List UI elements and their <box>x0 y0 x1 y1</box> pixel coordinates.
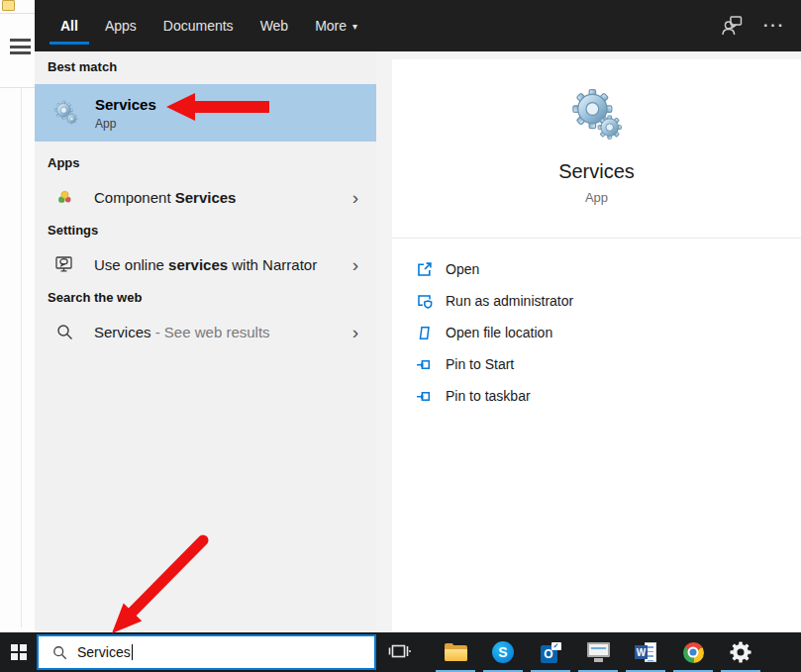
taskbar-chrome[interactable] <box>669 632 717 672</box>
divider <box>0 87 35 88</box>
background-folder-icon <box>2 0 15 11</box>
topbar-right-icons: ··· <box>720 16 801 36</box>
action-pin-to-start[interactable]: Pin to Start <box>392 352 801 376</box>
chevron-right-icon[interactable]: › <box>352 323 358 341</box>
action-label: Pin to Start <box>446 356 514 372</box>
pin-icon <box>416 388 433 405</box>
taskbar-system-monitor[interactable] <box>574 632 622 672</box>
tab-documents-label: Documents <box>163 18 234 34</box>
taskbar-app-icons: S O ✓ W <box>432 632 764 672</box>
tab-web[interactable]: Web <box>260 0 289 51</box>
windows-logo-icon <box>11 644 27 660</box>
pin-icon <box>416 356 433 373</box>
start-button[interactable] <box>0 632 37 672</box>
tab-apps-label: Apps <box>105 18 137 34</box>
preview-title: Services <box>392 160 801 183</box>
narrator-monitor-icon <box>54 255 74 273</box>
search-icon <box>52 645 67 660</box>
background-window-strip <box>0 0 35 632</box>
result-label: Services - See web results <box>94 324 270 340</box>
filter-tabs: All Apps Documents Web More▾ <box>35 0 357 51</box>
feedback-user-icon[interactable] <box>720 16 744 36</box>
taskbar-settings[interactable] <box>717 632 764 672</box>
divider <box>392 238 801 239</box>
search-the-web-header: Search the web <box>48 290 142 305</box>
tab-apps[interactable]: Apps <box>105 0 137 51</box>
component-services-icon <box>54 189 74 206</box>
windows-search-screen: All Apps Documents Web More▾ ··· Best ma… <box>0 0 801 672</box>
action-pin-to-taskbar[interactable]: Pin to taskbar <box>392 384 801 408</box>
chevron-right-icon[interactable]: › <box>352 188 358 207</box>
file-location-icon <box>416 325 433 341</box>
result-label: Component Services <box>94 189 236 206</box>
chevron-right-icon[interactable]: › <box>352 255 358 274</box>
skype-icon: S <box>492 641 514 663</box>
services-gears-icon-large <box>568 87 626 144</box>
action-label: Open file location <box>446 325 552 340</box>
hamburger-menu-icon[interactable] <box>10 39 31 54</box>
best-match-result-services[interactable]: Services App <box>35 84 376 142</box>
system-monitor-icon <box>587 642 610 662</box>
result-narrator-setting[interactable]: Use online services with Narrator › <box>35 247 376 281</box>
divider <box>0 13 35 14</box>
taskbar-outlook[interactable]: O ✓ <box>527 632 574 672</box>
divider <box>21 88 22 627</box>
tab-more-label: More <box>315 18 347 34</box>
action-open[interactable]: Open <box>392 257 801 281</box>
tab-more[interactable]: More▾ <box>315 0 357 51</box>
search-icon <box>54 324 74 340</box>
open-icon <box>416 261 433 278</box>
settings-gear-icon <box>730 641 751 663</box>
preview-region: Services App Open Run as administrator <box>376 51 801 632</box>
apps-header: Apps <box>48 155 80 170</box>
text-caret <box>132 644 133 660</box>
tab-documents[interactable]: Documents <box>163 0 234 51</box>
preview-subtitle: App <box>392 190 801 205</box>
search-results-panel: Best match Services App Apps Component S… <box>35 51 376 632</box>
tab-web-label: Web <box>260 18 289 34</box>
best-match-subtitle: App <box>95 117 156 131</box>
action-open-file-location[interactable]: Open file location <box>392 321 801 344</box>
taskbar: Services S O ✓ <box>0 632 801 672</box>
best-match-header: Best match <box>48 59 117 74</box>
result-component-services[interactable]: Component Services › <box>35 180 376 214</box>
action-label: Open <box>446 261 479 277</box>
search-input-value: Services <box>77 644 131 660</box>
services-gears-icon <box>52 100 79 127</box>
action-label: Run as administrator <box>446 293 573 309</box>
file-explorer-icon <box>445 643 467 661</box>
result-web-search[interactable]: Services - See web results › <box>35 315 376 348</box>
chevron-down-icon: ▾ <box>352 21 357 32</box>
taskbar-word[interactable]: W <box>622 632 669 672</box>
preview-card: Services App Open Run as administrator <box>392 59 801 631</box>
chrome-icon <box>683 642 704 663</box>
outlook-icon: O ✓ <box>541 642 561 663</box>
result-label: Use online services with Narrator <box>94 256 317 273</box>
action-label: Pin to taskbar <box>446 388 531 404</box>
more-options-icon[interactable]: ··· <box>763 17 785 35</box>
word-icon: W <box>635 642 656 662</box>
action-run-as-administrator[interactable]: Run as administrator <box>392 289 801 313</box>
taskbar-search-input[interactable]: Services <box>37 634 376 670</box>
tab-all-label: All <box>60 18 78 34</box>
best-match-title: Services <box>95 96 156 113</box>
taskbar-skype[interactable]: S <box>479 632 527 672</box>
search-filter-bar: All Apps Documents Web More▾ ··· <box>35 0 801 51</box>
run-as-admin-icon <box>416 293 433 310</box>
tab-all[interactable]: All <box>60 0 78 51</box>
task-view-icon[interactable] <box>388 641 412 663</box>
settings-header: Settings <box>48 223 98 238</box>
taskbar-file-explorer[interactable] <box>432 632 479 672</box>
